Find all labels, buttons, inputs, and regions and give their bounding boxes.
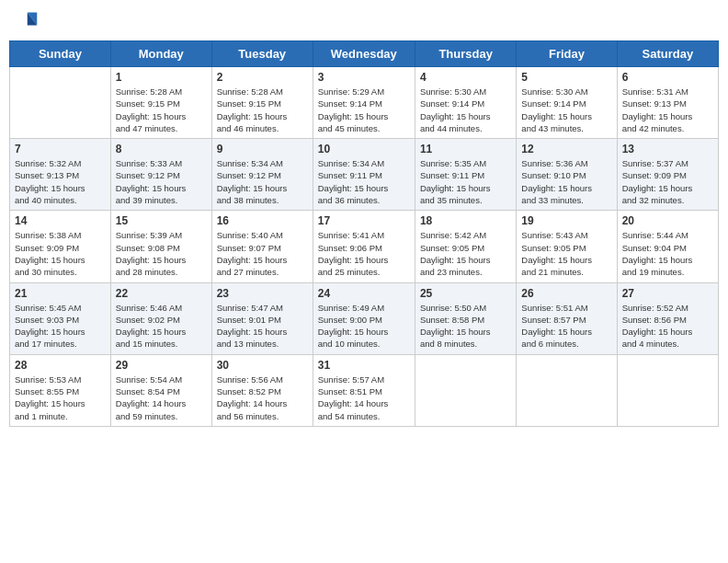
day-number: 27 (622, 287, 713, 300)
cell-line: Daylight: 14 hours (217, 398, 288, 408)
cell-content: Sunrise: 5:39 AMSunset: 9:08 PMDaylight:… (116, 229, 207, 278)
cell-line: and 6 minutes. (521, 339, 578, 349)
day-number: 8 (116, 143, 207, 155)
cell-line: Sunset: 9:08 PM (116, 243, 180, 253)
day-number: 3 (318, 71, 410, 84)
cell-line: Daylight: 15 hours (521, 111, 592, 121)
cell-line: Sunrise: 5:43 AM (521, 230, 587, 240)
cell-line: Daylight: 15 hours (217, 327, 288, 337)
cell-line: Sunrise: 5:36 AM (521, 158, 587, 168)
cell-content: Sunrise: 5:31 AMSunset: 9:13 PMDaylight:… (622, 86, 713, 134)
cell-line: Sunset: 9:11 PM (420, 170, 484, 180)
cell-line: Sunrise: 5:46 AM (116, 303, 182, 313)
calendar-cell: 8Sunrise: 5:33 AMSunset: 9:12 PMDaylight… (110, 139, 211, 211)
day-number: 7 (15, 143, 106, 155)
calendar-cell: 12Sunrise: 5:36 AMSunset: 9:10 PMDayligh… (517, 139, 617, 211)
cell-content: Sunrise: 5:50 AMSunset: 8:58 PMDaylight:… (420, 302, 511, 350)
cell-line: Sunset: 9:11 PM (318, 170, 382, 180)
calendar-cell (617, 354, 718, 426)
cell-line: Sunset: 9:03 PM (15, 315, 79, 325)
day-number: 6 (622, 71, 713, 84)
cell-line: Daylight: 14 hours (116, 398, 187, 408)
cell-line: and 38 minutes. (217, 195, 279, 205)
cell-content: Sunrise: 5:30 AMSunset: 9:14 PMDaylight:… (420, 86, 511, 134)
cell-line: and 33 minutes. (521, 195, 584, 205)
weekday-header-monday: Monday (110, 41, 211, 67)
cell-line: and 56 minutes. (217, 411, 279, 421)
cell-line: Sunrise: 5:42 AM (420, 230, 486, 240)
cell-line: Sunrise: 5:57 AM (318, 374, 384, 385)
cell-line: Sunset: 9:05 PM (420, 243, 484, 253)
calendar-cell: 16Sunrise: 5:40 AMSunset: 9:07 PMDayligh… (211, 211, 313, 282)
day-number: 25 (420, 287, 511, 300)
day-number: 15 (116, 214, 207, 227)
calendar-cell: 9Sunrise: 5:34 AMSunset: 9:12 PMDaylight… (211, 139, 313, 211)
cell-content: Sunrise: 5:28 AMSunset: 9:15 PMDaylight:… (217, 86, 308, 134)
weekday-header-friday: Friday (517, 41, 617, 67)
cell-content: Sunrise: 5:42 AMSunset: 9:05 PMDaylight:… (420, 229, 511, 278)
cell-content: Sunrise: 5:44 AMSunset: 9:04 PMDaylight:… (622, 229, 713, 278)
cell-line: Sunrise: 5:51 AM (521, 303, 587, 313)
cell-line: and 15 minutes. (116, 339, 178, 349)
cell-content: Sunrise: 5:53 AMSunset: 8:55 PMDaylight:… (15, 373, 106, 422)
cell-line: Sunset: 9:14 PM (318, 98, 382, 109)
cell-line: Sunset: 8:52 PM (217, 386, 281, 396)
cell-content: Sunrise: 5:30 AMSunset: 9:14 PMDaylight:… (521, 86, 611, 134)
cell-line: and 59 minutes. (116, 411, 178, 421)
cell-content: Sunrise: 5:47 AMSunset: 9:01 PMDaylight:… (217, 302, 308, 350)
cell-line: Sunset: 9:02 PM (116, 315, 180, 325)
cell-line: Daylight: 15 hours (420, 255, 491, 265)
calendar-cell: 23Sunrise: 5:47 AMSunset: 9:01 PMDayligh… (211, 282, 313, 354)
calendar-cell: 1Sunrise: 5:28 AMSunset: 9:15 PMDaylight… (110, 67, 211, 139)
cell-line: Sunset: 8:51 PM (318, 386, 382, 396)
cell-line: Sunset: 9:09 PM (15, 243, 79, 253)
cell-line: Daylight: 15 hours (622, 111, 693, 121)
cell-line: Sunset: 9:07 PM (217, 243, 281, 253)
calendar-cell: 13Sunrise: 5:37 AMSunset: 9:09 PMDayligh… (617, 139, 718, 211)
cell-line: and 44 minutes. (420, 123, 483, 133)
cell-line: and 35 minutes. (420, 195, 483, 205)
day-number: 5 (521, 71, 611, 84)
cell-line: Daylight: 15 hours (420, 183, 491, 193)
cell-line: Sunrise: 5:50 AM (420, 303, 486, 313)
cell-line: Daylight: 15 hours (622, 255, 693, 265)
calendar-cell: 26Sunrise: 5:51 AMSunset: 8:57 PMDayligh… (517, 282, 617, 354)
day-number: 24 (318, 287, 410, 300)
cell-line: and 39 minutes. (116, 195, 178, 205)
weekday-header-saturday: Saturday (617, 41, 718, 67)
cell-line: Daylight: 15 hours (318, 111, 389, 121)
cell-line: Sunrise: 5:30 AM (521, 86, 587, 97)
cell-content: Sunrise: 5:32 AMSunset: 9:13 PMDaylight:… (15, 157, 106, 206)
cell-line: Sunrise: 5:52 AM (622, 303, 688, 313)
calendar-cell: 15Sunrise: 5:39 AMSunset: 9:08 PMDayligh… (110, 211, 211, 282)
cell-line: Sunrise: 5:39 AM (116, 230, 182, 240)
day-number: 2 (217, 71, 308, 84)
cell-content: Sunrise: 5:56 AMSunset: 8:52 PMDaylight:… (217, 373, 308, 422)
cell-line: Sunset: 9:12 PM (217, 170, 281, 180)
week-row-3: 21Sunrise: 5:45 AMSunset: 9:03 PMDayligh… (10, 282, 719, 354)
calendar-cell: 17Sunrise: 5:41 AMSunset: 9:06 PMDayligh… (313, 211, 415, 282)
cell-line: and 19 minutes. (622, 267, 685, 277)
cell-line: Sunrise: 5:41 AM (318, 230, 384, 240)
cell-line: Sunrise: 5:37 AM (622, 158, 688, 168)
cell-line: Daylight: 15 hours (318, 327, 389, 337)
cell-line: Daylight: 15 hours (521, 255, 592, 265)
cell-line: and 4 minutes. (622, 339, 679, 349)
calendar-cell: 10Sunrise: 5:34 AMSunset: 9:11 PMDayligh… (313, 139, 415, 211)
calendar-cell: 25Sunrise: 5:50 AMSunset: 8:58 PMDayligh… (415, 282, 516, 354)
week-row-0: 1Sunrise: 5:28 AMSunset: 9:15 PMDaylight… (10, 67, 719, 139)
cell-line: Sunrise: 5:49 AM (318, 303, 384, 313)
cell-line: and 10 minutes. (318, 339, 381, 349)
cell-line: Daylight: 15 hours (116, 183, 187, 193)
cell-line: Sunset: 9:05 PM (521, 243, 586, 253)
day-number: 16 (217, 214, 308, 227)
cell-line: Daylight: 15 hours (622, 183, 693, 193)
cell-content: Sunrise: 5:36 AMSunset: 9:10 PMDaylight:… (521, 157, 611, 206)
day-number: 17 (318, 214, 410, 227)
cell-line: Sunrise: 5:28 AM (116, 86, 182, 97)
day-number: 11 (420, 143, 511, 155)
calendar-cell: 5Sunrise: 5:30 AMSunset: 9:14 PMDaylight… (517, 67, 617, 139)
cell-line: Sunrise: 5:45 AM (15, 303, 81, 313)
day-number: 19 (521, 214, 611, 227)
cell-line: Daylight: 15 hours (318, 255, 389, 265)
